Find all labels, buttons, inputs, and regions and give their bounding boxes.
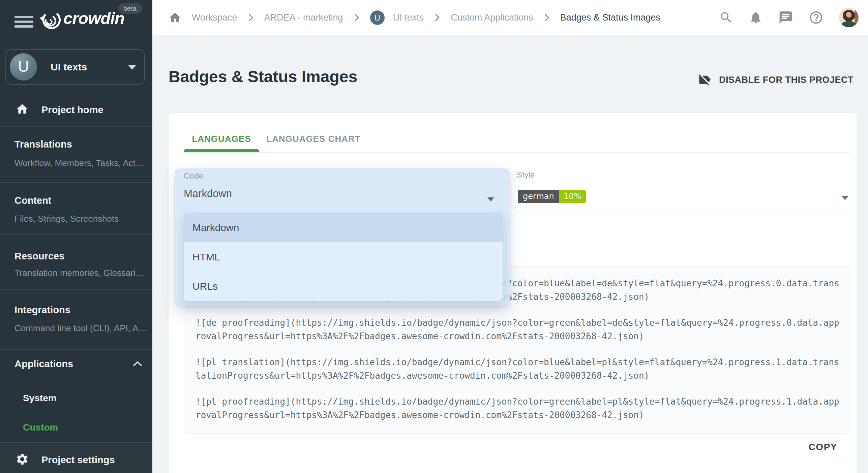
topbar-actions (719, 0, 859, 35)
user-avatar[interactable] (839, 8, 859, 27)
tab-languages-chart[interactable]: LANGUAGES CHART (259, 130, 368, 147)
home-icon[interactable] (169, 11, 181, 24)
help-icon[interactable] (809, 10, 824, 25)
page-title: Badges & Status Images (169, 67, 357, 86)
sidebar-item-subtitle: Command line tool (CLI), API, A… (14, 323, 147, 334)
crowdin-logo-text[interactable]: crowdin (63, 9, 124, 28)
sidebar-item-subtitle: Files, Strings, Screenshots (14, 214, 119, 224)
label-off-icon (697, 73, 712, 87)
chevron-right-icon (248, 13, 254, 22)
sidebar: crowdin beta U UI texts Project home Tra… (0, 0, 152, 473)
sidebar-item-project-settings[interactable]: Project settings (0, 443, 152, 473)
divider (0, 182, 152, 183)
breadcrumb-project[interactable]: UI texts (393, 12, 424, 23)
topbar: Workspace ARDEA - marketing U UI texts C… (152, 0, 868, 35)
badges-card: LANGUAGES LANGUAGES CHART Style german 1… (169, 113, 857, 473)
chevron-right-icon (434, 13, 440, 22)
code-entry: ![de proofreading](https://img.shields.i… (196, 316, 842, 343)
crowdin-logo-icon[interactable] (38, 7, 61, 31)
sidebar-item-subtitle: Workflow, Members, Tasks, Act… (14, 158, 144, 168)
code-select-value: Markdown (184, 188, 232, 200)
gear-icon (16, 452, 29, 466)
disable-for-project-button[interactable]: DISABLE FOR THIS PROJECT (697, 73, 854, 87)
style-badge-preview: german 10% (518, 190, 586, 203)
sidebar-item-label: Project settings (41, 454, 115, 466)
sidebar-item-system[interactable]: System (23, 393, 57, 404)
code-select-label: Code (184, 171, 203, 181)
divider (184, 152, 849, 153)
code-entry: ![pl translation](https://img.shields.io… (196, 355, 842, 382)
messages-icon[interactable] (778, 10, 793, 25)
divider (0, 234, 152, 235)
divider (0, 289, 152, 290)
sidebar-item-content[interactable]: Content (14, 195, 52, 206)
sidebar-item-integrations[interactable]: Integrations (14, 305, 70, 316)
chevron-right-icon (544, 13, 550, 22)
option-html[interactable]: HTML (184, 242, 503, 272)
breadcrumb: Workspace ARDEA - marketing U UI texts C… (169, 0, 660, 35)
breadcrumb-workspace[interactable]: Workspace (192, 12, 237, 23)
badge-label: german (518, 190, 559, 203)
sidebar-item-translations[interactable]: Translations (14, 139, 72, 150)
chevron-right-icon (354, 13, 360, 22)
sidebar-item-custom[interactable]: Custom (23, 422, 58, 433)
bell-icon[interactable] (749, 10, 763, 25)
breadcrumb-project-avatar[interactable]: U (370, 10, 385, 25)
sidebar-item-resources[interactable]: Resources (14, 251, 64, 262)
sidebar-item-subtitle: Translation memories, Glossari… (14, 268, 144, 278)
project-selector[interactable]: U UI texts (5, 49, 145, 85)
tab-languages[interactable]: LANGUAGES (184, 130, 259, 147)
home-icon (16, 102, 29, 116)
hamburger-menu-icon[interactable] (14, 16, 33, 28)
style-select-underline (517, 213, 849, 213)
option-markdown[interactable]: Markdown (184, 213, 503, 242)
badge-value: 10% (559, 190, 586, 203)
sidebar-item-project-home[interactable]: Project home (0, 98, 152, 125)
chevron-up-icon[interactable] (133, 360, 142, 367)
breadcrumb-custom-applications[interactable]: Custom Applications (451, 12, 533, 23)
search-icon[interactable] (719, 10, 733, 25)
chevron-down-icon[interactable] (841, 196, 849, 200)
sidebar-item-applications[interactable]: Applications (14, 358, 73, 370)
code-select-open[interactable]: Code Markdown Markdown HTML URLs (175, 168, 510, 306)
chevron-down-icon (487, 197, 494, 201)
disable-button-label: DISABLE FOR THIS PROJECT (719, 75, 854, 85)
code-entry: ![pl proofreading](https://img.shields.i… (196, 395, 842, 422)
copy-button[interactable]: COPY (809, 442, 837, 452)
divider (0, 126, 152, 127)
divider (0, 92, 152, 92)
option-urls[interactable]: URLs (184, 272, 503, 301)
chevron-down-icon (128, 65, 136, 70)
breadcrumb-organization[interactable]: ARDEA - marketing (264, 12, 343, 23)
breadcrumb-current-page: Badges & Status Images (560, 12, 660, 23)
style-select-label: Style (517, 170, 535, 180)
project-avatar: U (10, 53, 37, 81)
beta-badge: beta (118, 3, 142, 14)
sidebar-item-label: Project home (41, 104, 103, 116)
project-selector-name: UI texts (51, 50, 87, 84)
divider (0, 349, 152, 350)
code-select-options: Markdown HTML URLs (184, 213, 503, 301)
